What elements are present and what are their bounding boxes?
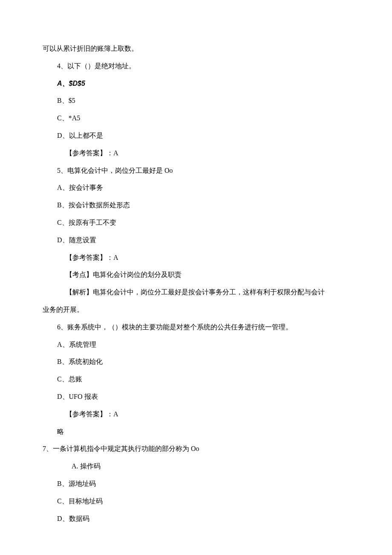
answer-label: 【参考答案】：A: [43, 252, 349, 264]
text-line: 略: [43, 426, 349, 438]
question-stem: 6、账务系统中，（）模块的主要功能是对整个系统的公共任务进行统一管理。: [43, 321, 349, 334]
option-b: B、系统初始化: [43, 356, 349, 368]
text-line: 可以从累计折旧的账簿上取数。: [43, 43, 349, 55]
keypoint-label: 【考点】电算化会计岗位的划分及职责: [43, 269, 349, 281]
option-c: C、*A5: [43, 112, 349, 125]
question-stem: 5、电算化会计中，岗位分工最好是 Oo: [43, 165, 349, 177]
option-a: A、$D$5: [43, 78, 349, 90]
analysis-line: 业务的开展。: [43, 304, 349, 316]
question-stem: 4、以下（）是绝对地址。: [43, 60, 349, 73]
answer-label: 【参考答案】：A: [43, 408, 349, 421]
option-a: A、按会计事务: [43, 182, 349, 194]
answer-label: 【参考答案】：A: [43, 147, 349, 160]
option-c: C、目标地址码: [43, 495, 349, 508]
option-b: B、$5: [43, 95, 349, 107]
option-d: D、随意设置: [43, 234, 349, 247]
option-b: B、按会计数据所处形态: [43, 199, 349, 212]
option-d: D、数据码: [43, 513, 349, 525]
option-c: C、总账: [43, 373, 349, 386]
option-d: D、以上都不是: [43, 130, 349, 142]
option-a: A、系统管理: [43, 339, 349, 351]
option-a: A. 操作码: [43, 460, 349, 473]
option-c: C、按原有手工不变: [43, 217, 349, 229]
document-body: 可以从累计折旧的账簿上取数。 4、以下（）是绝对地址。 A、$D$5 B、$5 …: [43, 43, 349, 525]
analysis-line: 【解析】电算化会计中，岗位分工最好是按会计事务分工，这样有利于权限分配与会计: [43, 286, 349, 299]
option-d: D、UFO 报表: [43, 391, 349, 403]
question-stem: 7、一条计算机指令中规定其执行功能的部分称为 Oo: [43, 443, 349, 455]
option-b: B、源地址码: [43, 478, 349, 490]
